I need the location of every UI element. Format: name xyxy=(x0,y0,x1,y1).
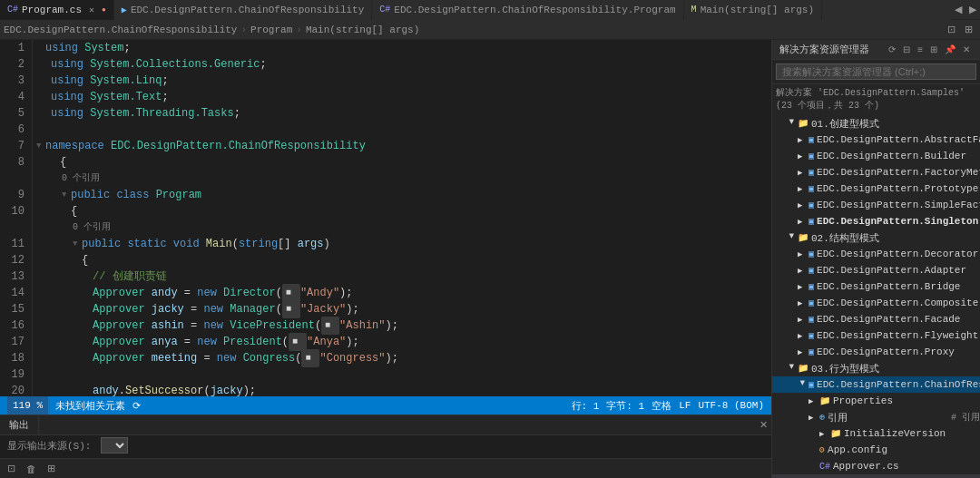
tree-label-deco: EDC.DesignPattern.Decorator xyxy=(817,249,980,259)
status-space: 空格 xyxy=(652,399,671,413)
tab-close-btn[interactable]: ✕ xyxy=(85,4,98,16)
tree-label-iv: InitializeVersion xyxy=(844,428,980,439)
tab-main-method[interactable]: M Main(string[] args) xyxy=(684,0,822,20)
folder-icon-01: 📁 xyxy=(798,118,808,129)
bottom-tabs: 输出 ✕ xyxy=(0,415,771,435)
tree-label-composite: EDC.DesignPattern.Composite xyxy=(817,298,980,308)
zoom-level[interactable]: 119 % xyxy=(7,396,48,415)
code-line-11: ▼ public static void Main(string[] args) xyxy=(36,236,768,252)
tree-label-af: EDC.DesignPattern.AbstractFactory xyxy=(817,134,980,145)
tree-item-references[interactable]: ▶ ⊕ 引用 # 引用 xyxy=(772,409,980,425)
nav-action-btn-2[interactable]: ⊞ xyxy=(961,23,976,36)
solution-explorer-new-folder-btn[interactable]: ⊞ xyxy=(927,44,940,54)
tab-chain-responsibility[interactable]: ▶ EDC.DesignPattern.ChainOfResponsibilit… xyxy=(114,0,372,20)
code-line-12: { xyxy=(36,252,768,268)
tree-label-props: Properties xyxy=(833,395,980,406)
tree-item-chainofresponsibility[interactable]: ▶ ▣ EDC.DesignPattern.ChainOfResponsibil… xyxy=(772,376,980,393)
tree-label-fm: EDC.DesignPattern.FactoryMethod xyxy=(817,167,980,178)
tab-scroll-left[interactable]: ◀ xyxy=(951,3,965,16)
solution-explorer-pin-btn[interactable]: 📌 xyxy=(942,44,958,54)
solution-search-input[interactable] xyxy=(776,63,976,80)
code-line-5: using System.Threading.Tasks; xyxy=(36,105,768,122)
solution-explorer-close-btn[interactable]: ✕ xyxy=(960,44,973,54)
tree-item-02-structural[interactable]: ▶ 📁 02.结构型模式 xyxy=(772,229,980,246)
tree-item-singleton[interactable]: ▶ ▣ EDC.DesignPattern.Singleton xyxy=(772,213,980,229)
tree-item-factorymethod[interactable]: ▶ ▣ EDC.DesignPattern.FactoryMethod xyxy=(772,164,980,180)
tree-item-01-creational[interactable]: ▶ 📁 01.创建型模式 xyxy=(772,115,980,132)
tree-arrow-proxy: ▶ xyxy=(798,347,807,357)
tab-label: Program.cs xyxy=(22,5,82,15)
tree-arrow-iv: ▶ xyxy=(819,429,828,439)
output-source-select[interactable] xyxy=(101,437,128,454)
breadcrumb-item-2[interactable]: Program xyxy=(250,24,292,35)
proj-icon-builder: ▣ xyxy=(808,151,814,161)
tab-scroll-right[interactable]: ▶ xyxy=(965,3,980,16)
solution-explorer-sync-btn[interactable]: ⟳ xyxy=(886,44,898,54)
ln11: 11 xyxy=(7,236,24,252)
config-icon-appconfig: ⚙ xyxy=(819,444,825,455)
solution-tree[interactable]: ▶ 📁 01.创建型模式 ▶ ▣ EDC.DesignPattern.Abstr… xyxy=(772,113,980,478)
code-line-8: { xyxy=(36,154,768,171)
tree-item-simplefactory[interactable]: ▶ ▣ EDC.DesignPattern.SimpleFactory xyxy=(772,197,980,213)
tree-arrow-composite: ▶ xyxy=(798,298,807,308)
proj-icon-fm: ▣ xyxy=(808,167,814,178)
tree-item-proxy[interactable]: ▶ ▣ EDC.DesignPattern.Proxy xyxy=(772,344,980,360)
tree-item-builder[interactable]: ▶ ▣ EDC.DesignPattern.Builder xyxy=(772,148,980,164)
main-area: 1 2 3 4 5 6 7 8 9 10 11 12 13 14 15 16 1… xyxy=(0,40,980,478)
bottom-toolbar-btn-1[interactable]: ⊡ xyxy=(4,462,19,475)
tree-item-appconfig[interactable]: ▶ ⚙ App.config xyxy=(772,442,980,458)
bottom-toolbar-btn-2[interactable]: 🗑 xyxy=(23,463,40,475)
tree-item-abstractfactory[interactable]: ▶ ▣ EDC.DesignPattern.AbstractFactory xyxy=(772,132,980,148)
output-label: 显示输出来源(S): xyxy=(7,441,91,452)
tree-label-01: 01.创建型模式 xyxy=(811,117,980,131)
tab-label-3: EDC.DesignPattern.ChainOfResponsibility.… xyxy=(394,5,675,15)
right-panel: 解决方案资源管理器 ⟳ ⊟ ≡ ⊞ 📌 ✕ 解决方案 'EDC.DesignPa… xyxy=(771,40,980,478)
tree-item-03-behavioral[interactable]: ▶ 📁 03.行为型模式 xyxy=(772,360,980,376)
tree-arrow-facade: ▶ xyxy=(798,315,807,325)
code-line-18: Approver meeting = new Congress(■ "Congr… xyxy=(36,350,768,366)
tab-program-cs[interactable]: C# Program.cs ✕ ● xyxy=(0,0,114,20)
tree-item-facade[interactable]: ▶ ▣ EDC.DesignPattern.Facade xyxy=(772,311,980,327)
tab-chain-program[interactable]: C# EDC.DesignPattern.ChainOfResponsibili… xyxy=(372,0,683,20)
ln7: 7 xyxy=(7,138,24,154)
proj-icon-proxy: ▣ xyxy=(808,346,814,357)
code-editor[interactable]: using System; using System.Collections.G… xyxy=(33,40,771,396)
breadcrumb-item-3[interactable]: Main(string[] args) xyxy=(306,24,419,35)
tree-item-adapter[interactable]: ▶ ▣ EDC.DesignPattern.Adapter xyxy=(772,262,980,278)
tree-item-program-cs[interactable]: ▶ C# Program.cs xyxy=(772,474,980,478)
tree-item-initversion[interactable]: ▶ 📁 InitializeVersion xyxy=(772,425,980,442)
proj-icon-composite: ▣ xyxy=(808,298,814,308)
tree-label-cor: EDC.DesignPattern.ChainOfResponsibility xyxy=(817,379,980,390)
tree-item-flyweight[interactable]: ▶ ▣ EDC.DesignPattern.Flyweight xyxy=(772,327,980,344)
ln9a xyxy=(7,171,24,187)
tree-item-composite[interactable]: ▶ ▣ EDC.DesignPattern.Composite xyxy=(772,295,980,311)
bottom-panel-close[interactable]: ✕ xyxy=(756,418,771,432)
code-ref-count-class: 0 个引用 xyxy=(36,171,768,187)
code-line-20: andy.SetSuccessor(jacky); xyxy=(36,383,768,396)
status-right: 行: 1 字节: 1 空格 LF UTF-8 (BOM) xyxy=(572,399,764,413)
solution-explorer-properties-btn[interactable]: ⊟ xyxy=(900,44,913,54)
status-encoding: UTF-8 (BOM) xyxy=(698,400,764,411)
tree-item-approver[interactable]: ▶ C# Approver.cs xyxy=(772,458,980,474)
ln8: 8 xyxy=(7,154,24,171)
tree-arrow-builder: ▶ xyxy=(798,151,807,161)
tab-bar: C# Program.cs ✕ ● ▶ EDC.DesignPattern.Ch… xyxy=(0,0,980,20)
ln1: 1 xyxy=(7,40,24,56)
tree-item-decorator[interactable]: ▶ ▣ EDC.DesignPattern.Decorator xyxy=(772,246,980,262)
code-ref-count-main: 0 个引用 xyxy=(36,219,768,236)
breadcrumb-item-1[interactable]: EDC.DesignPattern.ChainOfResponsibility xyxy=(4,24,237,35)
ln11a xyxy=(7,219,24,236)
nav-action-btn-1[interactable]: ⊡ xyxy=(944,23,959,36)
breadcrumb-sep-2: › xyxy=(296,24,302,35)
code-line-9: ▼ public class Program xyxy=(36,187,768,203)
bottom-toolbar-btn-3[interactable]: ⊞ xyxy=(44,462,59,475)
proj-icon-proto: ▣ xyxy=(808,183,814,194)
tree-item-properties[interactable]: ▶ 📁 Properties xyxy=(772,393,980,409)
bottom-tab-output[interactable]: 输出 xyxy=(0,415,39,435)
tree-item-bridge[interactable]: ▶ ▣ EDC.DesignPattern.Bridge xyxy=(772,278,980,295)
tab-icon-cs2: C# xyxy=(379,5,390,15)
tree-item-prototype[interactable]: ▶ ▣ EDC.DesignPattern.Prototype xyxy=(772,180,980,197)
solution-explorer-title: 解决方案资源管理器 xyxy=(779,43,869,56)
proj-icon-cor: ▣ xyxy=(808,379,814,390)
solution-explorer-filter-btn[interactable]: ≡ xyxy=(915,44,926,54)
